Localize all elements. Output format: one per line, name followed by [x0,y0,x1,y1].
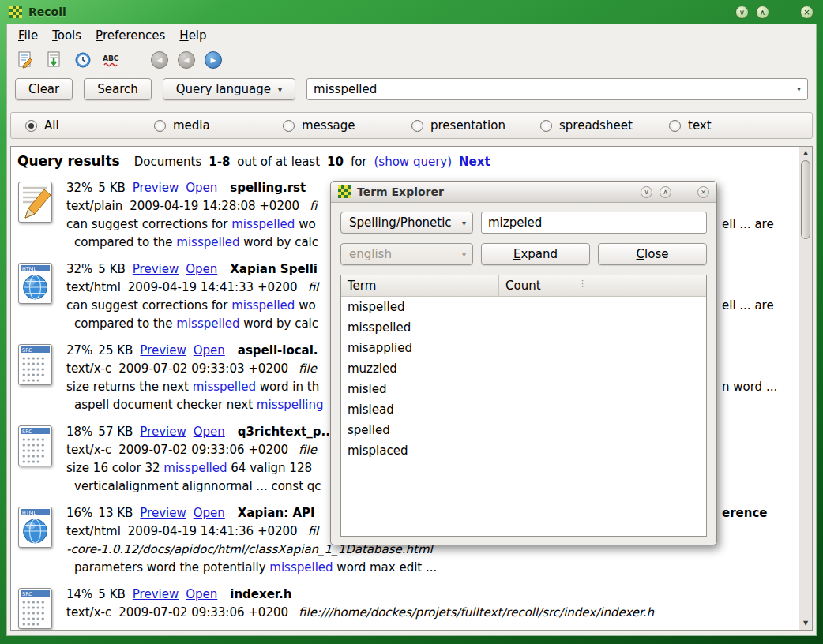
result-meta-line: text/x-c2009-07-02 09:33:06 +0200file://… [66,604,799,622]
results-header: Query results Documents 1-8 out of at le… [17,153,799,169]
filter-all[interactable]: All [25,118,154,133]
language-dropdown: english▾ [340,243,473,265]
filter-media[interactable]: media [154,118,283,133]
term-cell: spelled [341,420,499,440]
preview-link[interactable]: Preview [140,343,186,358]
count-cell [499,379,512,399]
filter-label: spreadsheet [559,118,633,133]
filter-message[interactable]: message [283,118,412,133]
unshade-icon[interactable]: ∧ [756,6,769,19]
expand-button[interactable]: Expand [481,243,590,265]
menu-item-file[interactable]: File [18,28,38,43]
filter-label: media [173,118,210,133]
snippet-text: 64 valign 128 [227,461,312,475]
history-clock-icon[interactable] [73,51,92,69]
radio-icon [154,120,166,132]
term-cell: misapplied [341,338,499,358]
dialog-titlebar[interactable]: Term Explorer ∨ ∧ × [331,182,716,203]
next-page-icon[interactable]: ▶ [205,51,222,69]
save-document-icon[interactable] [45,51,64,69]
snippet-text: aspell document checker next [74,398,257,412]
dialog-body: Spelling/Phonetic▾ english▾ Expand Close… [331,203,716,545]
term-row[interactable]: muzzled [341,358,706,379]
query-language-dropdown[interactable]: Query language▾ [163,78,295,100]
recoll-window: Recoll ∨ ∧ × FileToolsPreferencesHelp AB… [0,0,823,644]
count-cell [499,399,512,420]
search-button[interactable]: Search [84,78,152,100]
radio-icon [540,120,552,132]
result-snippet-line: parameters word the potentially misspell… [66,559,799,577]
scrollbar-thumb[interactable] [801,160,810,239]
dialog-controls: ∨ ∧ × [641,186,709,198]
highlight-term: misspelled [176,235,239,249]
filter-label: All [44,118,59,133]
term-table-header[interactable]: Term Count ⋮ [341,275,706,297]
open-link[interactable]: Open [194,506,225,520]
preview-link[interactable]: Preview [133,181,179,195]
next-page-link[interactable]: Next [459,155,490,169]
filter-spreadsheet[interactable]: spreadsheet [540,118,669,133]
header-grip-icon[interactable]: ⋮ [578,279,587,289]
chevron-down-icon: ▾ [462,219,466,227]
show-query-link[interactable]: (show query) [374,155,453,169]
result-percent: 16% [66,506,92,520]
term-row[interactable]: misplaced [341,440,706,461]
result-mime: text/plain [66,199,122,213]
highlight-term: misspelled [231,298,295,313]
term-row[interactable]: misapplied [341,338,706,358]
preview-link[interactable]: Preview [140,506,186,520]
snippet-fragment: ell ... are [722,297,774,315]
column-count[interactable]: Count [499,275,547,296]
term-input[interactable] [481,212,707,234]
term-row[interactable]: misspelled [341,317,706,338]
close-icon[interactable]: × [697,186,709,198]
menu-item-tools[interactable]: Tools [52,28,81,43]
svg-text:SRC: SRC [22,347,32,354]
snippet-text: verticalalignment alignnormal ... const … [74,479,321,493]
spellcheck-abc-icon[interactable]: ABC [102,51,121,69]
window-titlebar[interactable]: Recoll ∨ ∧ × [0,0,823,24]
snippet-text: parameters word the potentially [74,560,269,575]
snippet-text: wo [295,217,315,231]
close-button[interactable]: Close [598,243,707,265]
first-page-icon[interactable]: ◀ [151,51,168,69]
dialog-title: Term Explorer [357,185,444,198]
clear-search-icon[interactable] [17,51,36,69]
scroll-up-icon[interactable]: ▲ [799,147,812,159]
preview-link[interactable]: Preview [140,425,186,439]
open-link[interactable]: Open [186,181,217,195]
result-mime: text/x-c [66,605,111,620]
column-term[interactable]: Term [341,275,499,296]
term-row[interactable]: mislead [341,399,706,420]
menu-item-preferences[interactable]: Preferences [96,28,165,43]
scroll-down-icon[interactable]: ▼ [799,617,812,630]
preview-link[interactable]: Preview [133,587,179,601]
prev-page-icon[interactable]: ◀ [178,51,195,69]
shade-icon[interactable]: ∨ [641,186,652,198]
open-link[interactable]: Open [186,587,217,601]
result-date: 2009-07-02 09:33:06 +0200 [118,443,288,457]
filter-text[interactable]: text [669,118,798,133]
unshade-icon[interactable]: ∧ [660,186,671,198]
term-row[interactable]: mispelled [341,297,706,317]
result-title: q3richtext_p... [238,425,335,439]
menu-item-help[interactable]: Help [179,28,206,43]
result-url: fil [308,524,319,538]
shade-icon[interactable]: ∨ [735,6,749,19]
term-table: Term Count ⋮ mispelledmisspelledmisappli… [340,275,707,537]
open-link[interactable]: Open [194,425,225,439]
term-row[interactable]: misled [341,379,706,399]
close-icon[interactable]: × [800,6,814,19]
combo-arrow-icon[interactable]: ▾ [797,84,801,93]
filter-presentation[interactable]: presentation [412,118,540,133]
search-input[interactable] [307,82,807,96]
dialog-row-2: english▾ Expand Close [340,243,707,265]
expansion-mode-dropdown[interactable]: Spelling/Phonetic▾ [340,212,473,234]
scrollbar[interactable]: ▲ ▼ [799,147,812,630]
preview-link[interactable]: Preview [133,262,179,276]
clear-button[interactable]: Clear [15,78,73,100]
open-link[interactable]: Open [186,262,217,276]
result-percent: 18% [66,425,92,439]
open-link[interactable]: Open [194,343,225,358]
term-row[interactable]: spelled [341,420,706,440]
